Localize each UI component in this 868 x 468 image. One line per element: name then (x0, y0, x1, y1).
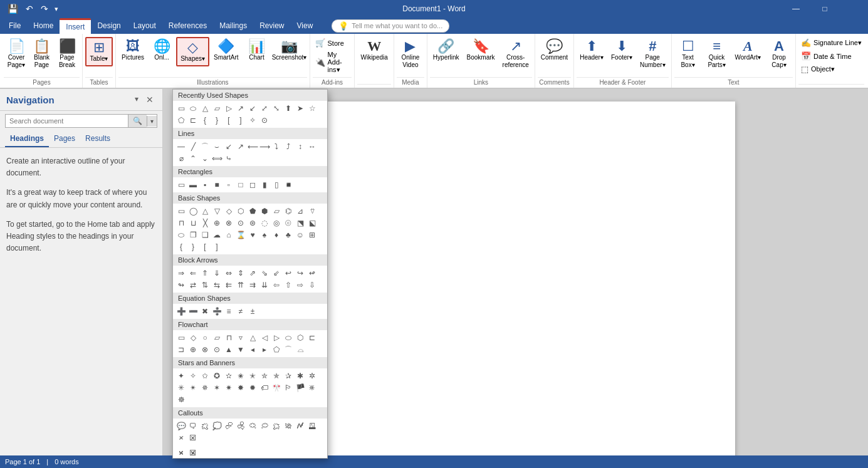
date-time-button[interactable]: 📅Date & Time (798, 50, 864, 62)
menu-layout[interactable]: Layout (127, 19, 162, 33)
drop-cap-button[interactable]: A DropCap▾ (765, 37, 793, 76)
addins-group: 🛒Store 🔌My Add-ins▾ Add-ins (310, 34, 355, 88)
footer-button[interactable]: ⬇ Footer▾ (608, 37, 635, 76)
hyperlink-button[interactable]: 🔗 Hyperlink (430, 37, 463, 76)
menu-insert[interactable]: Insert (60, 18, 91, 34)
cross-reference-button[interactable]: ↗ Cross-reference (499, 37, 532, 76)
header-footer-group: ⬆ Header▾ ⬇ Footer▾ # PageNumber▾ Header… (574, 34, 671, 88)
signature-line-button[interactable]: ✍Signature Line▾ (798, 37, 864, 49)
media-group: ▶ OnlineVideo Media (394, 34, 427, 88)
comments-group: 💬 Comment Comments (535, 34, 574, 88)
menu-file[interactable]: File (3, 19, 27, 33)
page-number-button[interactable]: # PageNumber▾ (637, 37, 669, 76)
text-group-label: Text (674, 77, 793, 88)
object-button[interactable]: ⬚Object▾ (798, 63, 864, 75)
customize-qat-icon[interactable]: ▾ (53, 4, 60, 14)
menu-design[interactable]: Design (91, 19, 127, 33)
smartart-button[interactable]: 🔷 SmartArt (211, 37, 241, 64)
online-video-button[interactable]: ▶ OnlineVideo (397, 37, 424, 76)
links-group: 🔗 Hyperlink 🔖 Bookmark ↗ Cross-reference… (427, 34, 535, 88)
quick-parts-button[interactable]: ≡ QuickParts▾ (703, 37, 731, 76)
minimize-button[interactable]: — (782, 0, 810, 18)
tables-group: ⊞ Table▾ Tables (83, 34, 116, 88)
title-bar-text: Document1 - Word (402, 4, 465, 13)
pages-group: 📄 CoverPage▾ 📋 BlankPage ⬛ PageBreak Pag… (1, 34, 83, 88)
links-group-label: Links (430, 77, 532, 88)
menu-home[interactable]: Home (27, 19, 60, 33)
close-button[interactable] (839, 0, 868, 18)
wikipedia-group: W Wikipedia (355, 34, 394, 88)
media-group-label: Media (397, 77, 424, 88)
comments-group-label: Comments (538, 77, 571, 88)
store-button[interactable]: 🛒Store (313, 37, 352, 49)
illustrations-group-label: Illustrations (118, 77, 307, 88)
wikipedia-label (357, 84, 390, 88)
pictures-button[interactable]: 🖼 Pictures (118, 37, 147, 64)
menu-view[interactable]: View (291, 19, 320, 33)
tell-me-box[interactable]: 💡 Tell me what you want to do... (332, 19, 449, 33)
chart-button[interactable]: 📊 Chart (243, 37, 271, 64)
page-break-button[interactable]: ⬛ PageBreak (55, 37, 80, 71)
table-button[interactable]: ⊞ Table▾ (85, 37, 113, 66)
header-button[interactable]: ⬆ Header▾ (577, 37, 607, 76)
menu-review[interactable]: Review (253, 19, 290, 33)
shapes-button[interactable]: ◇ Shapes▾ (176, 37, 209, 66)
menu-mailings[interactable]: Mailings (213, 19, 253, 33)
pages-group-label: Pages (4, 77, 80, 88)
header-footer-group-label: Header & Footer (577, 77, 668, 88)
symbols-group-label (798, 84, 864, 88)
comment-button[interactable]: 💬 Comment (538, 37, 571, 76)
text-group: ☐ TextBox▾ ≡ QuickParts▾ A WordArt▾ A Dr… (672, 34, 797, 88)
menu-references[interactable]: References (162, 19, 213, 33)
addins-group-label: Add-ins (313, 77, 352, 88)
screenshot-button[interactable]: 📷 Screenshot▾ (272, 37, 307, 64)
text-box-button[interactable]: ☐ TextBox▾ (674, 37, 702, 76)
maximize-button[interactable]: □ (810, 0, 839, 18)
illustrations-group: 🖼 Pictures 🌐 Onl... ◇ Shapes▾ 🔷 SmartArt… (116, 34, 310, 88)
wordart-button[interactable]: A WordArt▾ (732, 37, 765, 76)
my-addins-button[interactable]: 🔌My Add-ins▾ (313, 49, 352, 75)
blank-page-button[interactable]: 📋 BlankPage (30, 37, 53, 71)
online-pictures-button[interactable]: 🌐 Onl... (149, 37, 175, 64)
save-icon[interactable]: 💾 (5, 3, 21, 15)
bookmark-button[interactable]: 🔖 Bookmark (464, 37, 498, 76)
wikipedia-button[interactable]: W Wikipedia (357, 37, 390, 83)
redo-icon[interactable]: ↷ (38, 3, 51, 15)
cover-page-button[interactable]: 📄 CoverPage▾ (4, 37, 29, 71)
tables-group-label: Tables (85, 77, 113, 88)
undo-icon[interactable]: ↶ (23, 3, 36, 15)
symbols-group: ✍Signature Line▾ 📅Date & Time ⬚Object▾ (796, 34, 867, 88)
